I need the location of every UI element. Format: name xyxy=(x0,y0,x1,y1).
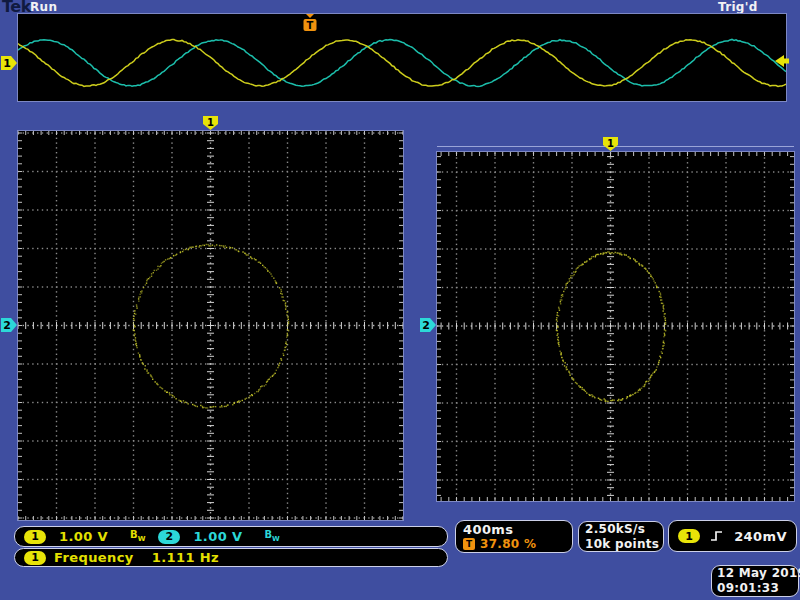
timebase-scale: 400ms xyxy=(463,522,513,537)
measurement-source-badge[interactable]: 1 xyxy=(24,551,46,565)
oscilloscope-screen: Tek Run Trig'd 1 T 1 2 1 2 xyxy=(0,0,800,600)
svg-text:2: 2 xyxy=(3,319,11,332)
xy-panel-right xyxy=(436,151,795,502)
ch1-scale[interactable]: 1.00 V xyxy=(59,529,108,544)
trigger-level-arrow[interactable] xyxy=(775,55,789,67)
timebase-box[interactable]: 400ms T 37.80 % xyxy=(455,520,573,553)
svg-text:1: 1 xyxy=(207,117,214,128)
trigger-slope-icon xyxy=(709,529,725,543)
trigger-position-marker[interactable]: T xyxy=(302,14,318,32)
measurement-label[interactable]: Frequency xyxy=(54,550,134,565)
acquisition-status: Run xyxy=(30,0,57,14)
xy-left-display xyxy=(18,131,403,520)
svg-text:T: T xyxy=(307,20,314,31)
xy-left-ch2-marker[interactable]: 2 xyxy=(1,318,18,332)
channel-readout-bar: 1 1.00 V BW 2 1.00 V BW xyxy=(14,526,448,547)
trigger-position-readout: 37.80 % xyxy=(480,537,536,552)
waveform-strip xyxy=(17,13,787,102)
trigger-box[interactable]: 1 240mV xyxy=(668,520,797,552)
svg-text:1: 1 xyxy=(3,57,11,70)
xy-right-display xyxy=(437,152,794,501)
date-readout: 12 May 2019 xyxy=(717,566,800,581)
trigger-t-icon: T xyxy=(463,538,475,550)
sample-rate: 2.50kS/s xyxy=(585,522,645,537)
measurement-value: 1.111 Hz xyxy=(152,550,219,565)
xy-left-ch1-marker[interactable]: 1 xyxy=(203,116,218,130)
xy-right-ch2-marker[interactable]: 2 xyxy=(420,318,437,332)
time-readout: 09:01:33 xyxy=(717,581,779,596)
waveform-traces xyxy=(18,14,786,101)
ch2-badge[interactable]: 2 xyxy=(158,530,180,544)
ch2-bandwidth-icon: BW xyxy=(264,530,279,544)
record-length: 10k points xyxy=(585,537,659,552)
ch1-position-marker[interactable]: 1 xyxy=(1,56,18,70)
measurement-bar: 1 Frequency 1.111 Hz xyxy=(14,548,448,567)
xy-right-ch1-marker[interactable]: 1 xyxy=(603,137,618,151)
xy-panel-left xyxy=(17,130,404,521)
acquisition-box[interactable]: 2.50kS/s 10k points xyxy=(578,521,664,552)
trigger-status: Trig'd xyxy=(718,0,758,14)
datetime-box: 12 May 2019 09:01:33 xyxy=(711,565,799,597)
trigger-level-readout: 240mV xyxy=(734,529,787,544)
ch1-bandwidth-icon: BW xyxy=(130,530,145,544)
svg-text:1: 1 xyxy=(607,138,614,149)
ch2-scale[interactable]: 1.00 V xyxy=(193,529,242,544)
trigger-source-badge: 1 xyxy=(678,529,700,543)
ch1-badge[interactable]: 1 xyxy=(24,530,46,544)
svg-text:2: 2 xyxy=(422,319,430,332)
